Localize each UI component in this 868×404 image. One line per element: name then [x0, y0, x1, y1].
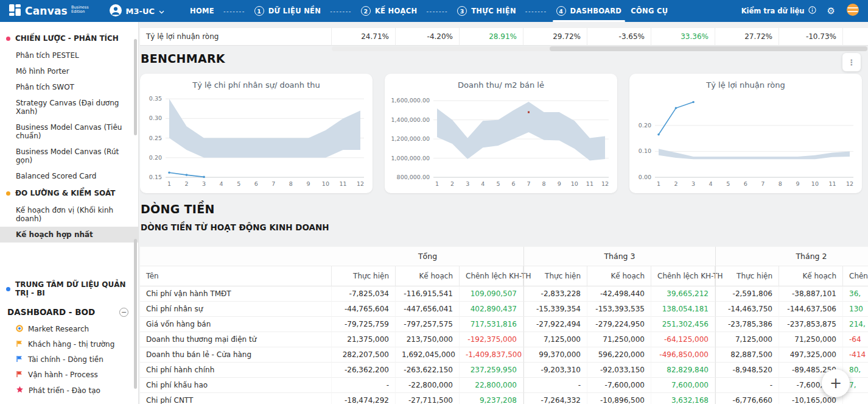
metric-row-name: Tỷ lệ lợi nhuận ròng	[140, 27, 332, 46]
cell-value: 214,	[843, 317, 868, 332]
sidebar-item-ph-n-t-ch-swot[interactable]: Phân tích SWOT	[0, 79, 138, 95]
sidebar-scrollbar-thumb[interactable]	[134, 239, 137, 389]
column-header-th-ng-2-th-c-hi-n[interactable]: Thực hiện	[715, 266, 779, 286]
column-header-name[interactable]: Tên	[140, 266, 332, 286]
sidebar-item-balanced-scored-card[interactable]: Balanced Scored Card	[0, 168, 138, 184]
svg-text:10: 10	[322, 180, 329, 187]
column-header-th-ng-3-ch-nh-l-ch-kh-th[interactable]: Chênh lệch KH-TH	[651, 266, 715, 286]
cell-value: -44,765,604	[332, 302, 396, 317]
nav-step-d-li-u-n-n[interactable]: 1DỮ LIỆU NỀN	[254, 0, 321, 22]
sidebar-item-business-model-canvas-ti-u-chu-n[interactable]: Business Model Canvas (Tiêu chuẩn)	[0, 119, 138, 144]
brand-logo[interactable]: Canvas Business Edition	[0, 4, 97, 19]
nav-step-home[interactable]: HOME	[190, 0, 214, 22]
cell-value: 21,375,000	[332, 332, 396, 347]
cell-value: 402,890,437	[460, 302, 523, 317]
cell-value: 138,054,181	[651, 302, 715, 317]
column-header-th-ng-3-k-ho-ch[interactable]: Kế hoạch	[587, 266, 651, 286]
svg-text:10: 10	[811, 180, 819, 187]
section-bullet-icon	[6, 287, 10, 291]
step-number-icon: 3	[457, 6, 467, 16]
column-header-th-ng-3-th-c-hi-n[interactable]: Thực hiện	[523, 266, 587, 286]
svg-text:2: 2	[450, 180, 454, 187]
svg-text:5: 5	[726, 180, 730, 187]
cell-value: 71,250,000	[587, 332, 651, 347]
top-navigation-bar: Canvas Business Edition M3-UC HOME------…	[0, 0, 868, 22]
tree-parent-dashboard-bod[interactable]: DASHBOARD - BOD−	[0, 302, 138, 322]
cell-value: -15,339,354	[523, 302, 587, 317]
tree-item-kh-ch-h-ng-th-tr-ng[interactable]: Khách hàng - thị trường	[0, 337, 138, 352]
kebab-menu-button[interactable]: ⋮	[842, 53, 861, 71]
nav-step-k-ho-ch[interactable]: 2KẾ HOẠCH	[361, 0, 418, 22]
row-name: Giá vốn hàng bán	[140, 317, 332, 332]
cell-value: -14,463,750	[715, 302, 779, 317]
cell-value: -	[715, 378, 779, 393]
cashflow-table: TổngTháng 3Tháng 2TênThực hiệnKế hoạchCh…	[140, 247, 868, 404]
svg-text:0.20: 0.20	[639, 122, 651, 129]
svg-text:0.10: 0.10	[639, 147, 651, 154]
target-icon	[16, 325, 23, 334]
horizontal-scrollbar-thumb[interactable]	[550, 46, 867, 51]
cell-value: -9,203,310	[523, 363, 587, 378]
svg-text:12: 12	[846, 180, 853, 187]
chart-title: Tỷ lệ chi phí nhân sự/ doanh thu	[140, 74, 373, 90]
column-header-t-ng-k-ho-ch[interactable]: Kế hoạch	[396, 266, 460, 286]
svg-text:1: 1	[167, 180, 171, 187]
tree-item-v-n-h-nh-process[interactable]: Vận hành - Process	[0, 367, 138, 383]
sidebar-item-ph-n-t-ch-pestel[interactable]: Phân tích PESTEL	[0, 48, 138, 63]
org-avatar[interactable]	[846, 3, 859, 19]
svg-text:1: 1	[435, 180, 439, 187]
column-header-th-ng-2-k-ho-ch[interactable]: Kế hoạch	[779, 266, 843, 286]
cell-value: 109,090,507	[460, 286, 523, 302]
cell-value: 1,692,045,000	[396, 347, 460, 363]
svg-text:0.20: 0.20	[149, 154, 162, 161]
horizontal-scrollbar-track[interactable]	[332, 46, 867, 51]
cell-value: -64,125,000	[651, 332, 715, 347]
sidebar-item-business-model-canvas-r-t-g-n[interactable]: Business Model Canvas (Rút gọn)	[0, 144, 138, 168]
nav-step-label: DASHBOARD	[570, 7, 622, 15]
cell-value: 71,250,000	[779, 332, 843, 347]
main-content: Tỷ lệ lợi nhuận ròng24.71%-4.20%28.91%29…	[139, 22, 868, 404]
cashflow-heading: DÒNG TIỀN	[141, 202, 215, 216]
svg-text:0.15: 0.15	[149, 174, 162, 180]
nav-step-th-c-hi-n[interactable]: 3THỰC HIỆN	[457, 0, 516, 22]
cell-value: -38,887,101	[779, 286, 843, 302]
column-header-t-ng-ch-nh-l-ch-kh-th[interactable]: Chênh lệch KH-TH	[460, 266, 523, 286]
gear-icon[interactable]: ⚙	[827, 7, 835, 16]
sidebar-item-m-h-nh-porter[interactable]: Mô hình Porter	[0, 63, 138, 79]
cell-value: 82,829,840	[651, 363, 715, 378]
sidebar-item-strategy-canvas-i-d-ng-xanh[interactable]: Strategy Canvas (Đại dương Xanh)	[0, 95, 138, 119]
svg-text:1,600,000.00: 1,600,000.00	[391, 97, 430, 104]
workspace-name: M3-UC	[126, 7, 155, 16]
tree-item-label: Phát triển - Đào tạo	[29, 387, 100, 395]
column-header-t-ng-th-c-hi-n[interactable]: Thực hiện	[332, 266, 396, 286]
tree-item-market-research[interactable]: Market Research	[0, 322, 138, 337]
svg-text:800,000.00: 800,000.00	[397, 174, 430, 180]
data-check-button[interactable]: Kiểm tra dữ liệu	[741, 6, 816, 16]
cell-value	[843, 393, 868, 404]
sidebar-item-k-ho-ch-n-v-kh-i-kinh-doanh[interactable]: Kế hoạch đơn vị (Khối kinh doanh)	[0, 202, 138, 227]
step-number-icon: 1	[254, 6, 264, 16]
section-bullet-icon	[6, 37, 10, 41]
cell-value: -18,474,292	[332, 393, 396, 404]
cell-value: -1,409,837,500	[460, 347, 523, 363]
workspace-selector[interactable]: M3-UC	[110, 4, 164, 18]
group-header-t-ng: Tổng	[332, 247, 523, 266]
chart-canvas: 0.000.100.20123456789101112	[629, 92, 862, 188]
svg-text:0.25: 0.25	[149, 135, 162, 141]
svg-text:1,400,000.00: 1,400,000.00	[391, 116, 430, 123]
tree-item-ph-t-tri-n-o-t-o[interactable]: Phát triển - Đào tạo	[0, 383, 138, 399]
sidebar-item-k-ho-ch-h-p-nh-t[interactable]: Kế hoạch hợp nhất	[0, 227, 138, 243]
add-button[interactable]: +	[822, 369, 850, 397]
metric-row-wrapper: Tỷ lệ lợi nhuận ròng24.71%-4.20%28.91%29…	[140, 27, 868, 46]
sidebar-section-title: ĐO LƯỜNG & KIỂM SOÁT	[0, 184, 138, 202]
tree-item-t-i-ch-nh-d-ng-ti-n[interactable]: Tài chính - Dòng tiền	[0, 352, 138, 367]
column-header-th-ng-2-ch-nh-l-ch-kh-th[interactable]: Chênh lệch KH-TH	[843, 266, 868, 286]
sidebar-scrollbar-thumb[interactable]	[134, 39, 137, 135]
collapse-icon[interactable]: −	[119, 308, 128, 317]
nav-step-c-ng-c[interactable]: CÔNG CỤ	[631, 0, 668, 22]
nav-step-dashboard[interactable]: 4DASHBOARD	[556, 0, 622, 22]
tree-parent-t-i-ch-nh[interactable]: Tài chính−	[0, 399, 138, 404]
svg-text:3: 3	[202, 180, 206, 187]
benchmark-chart-card-doanh-thu-m2-b-n-l: Doanh thu/ m2 bán lẻ800,000.001,000,000.…	[385, 74, 617, 193]
benchmark-chart-card-t-l-chi-ph-nh-n-s-doanh-thu: Tỷ lệ chi phí nhân sự/ doanh thu0.150.20…	[140, 74, 373, 193]
